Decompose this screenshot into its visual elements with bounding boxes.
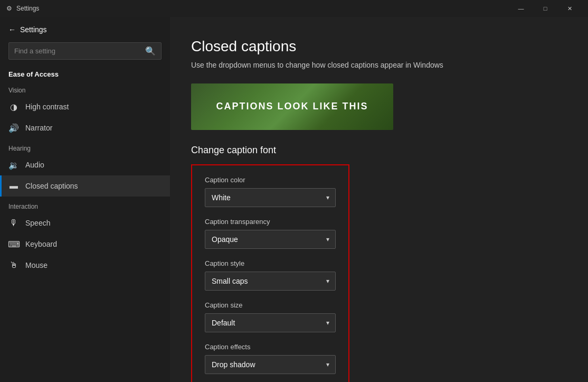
sidebar-item-keyboard[interactable]: ⌨ Keyboard <box>0 234 170 255</box>
closed-captions-icon: ▬ <box>8 181 19 191</box>
titlebar-left: ⚙ Settings <box>6 5 39 12</box>
section-label-interaction: Interaction <box>0 197 170 212</box>
sidebar-item-closed-captions[interactable]: ▬ Closed captions <box>0 175 170 197</box>
settings-icon: ⚙ <box>6 5 12 12</box>
sidebar-item-label: Mouse <box>25 261 48 269</box>
sidebar-item-label: Closed captions <box>25 182 78 190</box>
caption-style-dropdown-wrapper[interactable]: Small caps Default Italic Bold ▾ <box>205 272 336 291</box>
sidebar-item-high-contrast[interactable]: ◑ High contrast <box>0 96 170 117</box>
caption-effects-group: Caption effects Drop shadow None Raised … <box>205 343 336 374</box>
caption-preview-text: Captions look like this <box>216 101 368 112</box>
caption-size-select[interactable]: Default 50% 100% 150% 200% <box>205 313 336 332</box>
sidebar-item-speech[interactable]: 🎙 Speech <box>0 212 170 234</box>
caption-style-group: Caption style Small caps Default Italic … <box>205 259 336 291</box>
narrator-icon: 🔊 <box>8 123 19 133</box>
back-label: Settings <box>20 25 47 34</box>
sidebar-item-label: Narrator <box>25 124 52 132</box>
sidebar-item-label: Audio <box>25 161 44 169</box>
caption-preview: Captions look like this <box>191 83 393 130</box>
section-label-vision: Vision <box>0 80 170 96</box>
sidebar-item-label: Speech <box>25 219 50 227</box>
caption-effects-dropdown-wrapper[interactable]: Drop shadow None Raised Depressed Outlin… <box>205 355 336 374</box>
caption-size-group: Caption size Default 50% 100% 150% 200% … <box>205 301 336 332</box>
speech-icon: 🎙 <box>8 218 19 228</box>
section-label-hearing: Hearing <box>0 138 170 154</box>
titlebar: ⚙ Settings — □ ✕ <box>0 0 588 17</box>
caption-transparency-select[interactable]: Opaque Transparent Semi-transparent <box>205 230 336 249</box>
caption-style-select[interactable]: Small caps Default Italic Bold <box>205 272 336 291</box>
titlebar-controls: — □ ✕ <box>509 0 582 17</box>
titlebar-title: Settings <box>16 5 39 12</box>
caption-color-select[interactable]: White Black Red Green Blue Yellow <box>205 188 336 207</box>
keyboard-icon: ⌨ <box>8 239 19 249</box>
caption-effects-select[interactable]: Drop shadow None Raised Depressed Outlin… <box>205 355 336 374</box>
sidebar-item-label: High contrast <box>25 103 69 111</box>
sidebar-item-label: Keyboard <box>25 240 57 248</box>
caption-size-label: Caption size <box>205 301 336 309</box>
change-caption-font-heading: Change caption font <box>191 145 563 156</box>
caption-color-dropdown-wrapper[interactable]: White Black Red Green Blue Yellow ▾ <box>205 188 336 207</box>
high-contrast-icon: ◑ <box>8 101 19 112</box>
caption-style-label: Caption style <box>205 259 336 267</box>
search-bar[interactable]: 🔍 <box>8 42 162 60</box>
caption-effects-label: Caption effects <box>205 343 336 351</box>
sidebar-item-narrator[interactable]: 🔊 Narrator <box>0 117 170 138</box>
content-area: Closed captions Use the dropdown menus t… <box>170 17 588 382</box>
search-input[interactable] <box>14 47 142 55</box>
back-button[interactable]: ← Settings <box>0 21 170 38</box>
caption-color-group: Caption color White Black Red Green Blue… <box>205 176 336 207</box>
minimize-button[interactable]: — <box>509 0 533 17</box>
search-icon: 🔍 <box>145 46 156 56</box>
mouse-icon: 🖱 <box>8 260 19 271</box>
back-icon: ← <box>8 25 16 34</box>
page-description: Use the dropdown menus to change how clo… <box>191 60 563 71</box>
audio-icon: 🔉 <box>8 160 19 170</box>
sidebar: ← Settings 🔍 Ease of Access Vision ◑ Hig… <box>0 17 170 382</box>
maximize-button[interactable]: □ <box>533 0 557 17</box>
caption-color-label: Caption color <box>205 176 336 184</box>
caption-transparency-dropdown-wrapper[interactable]: Opaque Transparent Semi-transparent ▾ <box>205 230 336 249</box>
sidebar-item-mouse[interactable]: 🖱 Mouse <box>0 255 170 276</box>
sidebar-item-audio[interactable]: 🔉 Audio <box>0 154 170 175</box>
app-body: ← Settings 🔍 Ease of Access Vision ◑ Hig… <box>0 17 588 382</box>
caption-transparency-label: Caption transparency <box>205 218 336 226</box>
caption-transparency-group: Caption transparency Opaque Transparent … <box>205 218 336 249</box>
close-button[interactable]: ✕ <box>557 0 582 17</box>
font-settings-box: Caption color White Black Red Green Blue… <box>191 164 349 382</box>
app-name: Ease of Access <box>0 66 170 80</box>
caption-size-dropdown-wrapper[interactable]: Default 50% 100% 150% 200% ▾ <box>205 313 336 332</box>
page-title: Closed captions <box>191 38 563 55</box>
